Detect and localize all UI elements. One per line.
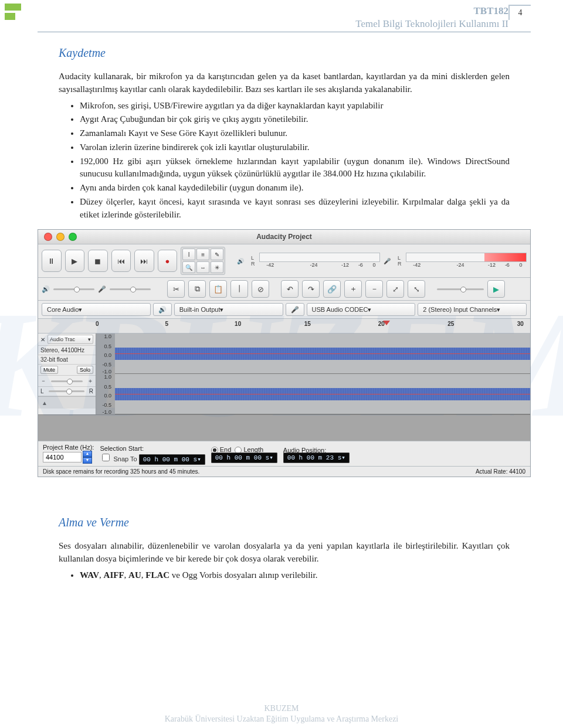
bullet-list-1: Mikrofon, ses girişi, USB/Firewire aygıt… — [80, 100, 510, 222]
playback-meter[interactable]: LR -42-24-12-60 — [251, 253, 380, 269]
fit-project-button[interactable]: ⤡ — [408, 280, 425, 298]
zoom-out-button[interactable]: － — [365, 280, 383, 298]
page-number: 4 — [508, 5, 531, 20]
undo-button[interactable]: ↶ — [281, 280, 299, 298]
zoom-tool-icon[interactable]: 🔍 — [182, 261, 195, 273]
waveform-display[interactable]: 1.00.50.0-0.5-1.0 1.00.50.0-0.5-1.0 — [96, 334, 530, 414]
page-footer: KBUZEM Karabük Üniversitesi Uzaktan Eğit… — [0, 703, 563, 724]
left-accent — [0, 0, 21, 32]
list-item: Mikrofon, ses girişi, USB/Firewire aygıt… — [80, 100, 510, 113]
audacity-screenshot: Audacity Project ⏸ ▶ ◼ ⏮ ⏭ ● I ≡ ✎ 🔍 ↔ ✳… — [38, 229, 531, 477]
input-channels-select[interactable]: 2 (Stereo) Input Channels▾ — [418, 303, 527, 316]
waveform-channel-right: 1.00.50.0-0.5-1.0 — [115, 374, 530, 414]
timeshift-tool-icon[interactable]: ↔ — [196, 261, 209, 273]
selection-start-label: Selection Start: — [100, 445, 205, 452]
device-toolbar: Core Audio▾ 🔊 Built-in Output▾ 🎤 USB Aud… — [38, 301, 530, 319]
list-item: Düzey ölçerler, kayıt öncesi, kayıt sıra… — [80, 196, 510, 222]
page-header: TBT182 Temel Bilgi Teknolojileri Kullanı… — [38, 0, 531, 30]
empty-track-area — [38, 414, 530, 441]
trim-button[interactable]: ⼁ — [230, 280, 248, 298]
actual-rate-status: Actual Rate: 44100 — [476, 468, 525, 475]
play-at-speed-button[interactable]: ▶ — [487, 280, 505, 298]
disk-space-status: Disk space remains for recording 325 hou… — [43, 468, 199, 475]
playback-speed-slider[interactable] — [437, 288, 484, 290]
list-item: 192,000 Hz gibi aşırı yüksek örnekleme h… — [80, 155, 510, 181]
waveform-channel-left: 1.00.50.0-0.5-1.0 — [115, 334, 530, 374]
record-meter[interactable]: LR -42-24-12-60 — [398, 253, 527, 269]
paste-button[interactable]: 📋 — [209, 280, 227, 298]
project-rate-input[interactable]: ▲▼ — [43, 451, 92, 464]
project-rate-label: Project Rate (Hz): — [43, 444, 94, 451]
close-track-icon[interactable]: ✕ — [40, 336, 45, 343]
heading-alma-verme: Alma ve Verme — [59, 516, 510, 529]
host-select[interactable]: Core Audio▾ — [42, 303, 151, 316]
selection-toolbar: Project Rate (Hz): ▲▼ Selection Start: S… — [38, 441, 530, 466]
snap-to-checkbox[interactable]: Snap To — [100, 455, 137, 462]
output-volume-slider[interactable] — [53, 288, 94, 290]
record-meter-icon: 🎤 — [384, 258, 394, 264]
gain-slider[interactable] — [51, 380, 83, 382]
window-title: Audacity Project — [38, 233, 530, 241]
timeline-ruler[interactable]: 0 5 10 15 20 25 30 — [38, 319, 530, 334]
output-device-select[interactable]: Built-in Output▾ — [174, 303, 283, 316]
mute-button[interactable]: Mute — [40, 366, 58, 374]
tools-grid: I ≡ ✎ 🔍 ↔ ✳ — [181, 247, 225, 275]
silence-button[interactable]: ⊘ — [252, 280, 269, 298]
tracks-area: ✕Audio Trac▾ Stereo, 44100Hz 32-bit floa… — [38, 334, 530, 414]
zoom-in-button[interactable]: ＋ — [344, 280, 362, 298]
heading-kaydetme: Kaydetme — [59, 46, 510, 60]
skip-end-button[interactable]: ⏭ — [134, 250, 154, 272]
transport-toolbar: ⏸ ▶ ◼ ⏮ ⏭ ● I ≡ ✎ 🔍 ↔ ✳ 🔊 LR — [38, 244, 530, 278]
stop-button[interactable]: ◼ — [88, 250, 108, 272]
list-item: Varolan izlerin üzerine bindirerek çok i… — [80, 141, 510, 154]
playhead-marker[interactable] — [383, 321, 390, 325]
audio-position-time[interactable]: 00 h 00 m 23 s▾ — [283, 453, 350, 463]
selection-tool-icon[interactable]: I — [182, 249, 195, 260]
bullet-list-2: WAV, AIFF, AU, FLAC ve Ogg Vorbis dosyal… — [80, 569, 510, 582]
skip-start-button[interactable]: ⏮ — [111, 250, 131, 272]
course-code: TBT182 — [355, 5, 508, 18]
para-1: Audacity kullanarak, bir mikrofon ya da … — [59, 70, 510, 96]
sync-lock-button[interactable]: 🔗 — [323, 280, 341, 298]
list-item: Aynı anda birden çok kanal kaydedilebili… — [80, 182, 510, 195]
fit-selection-button[interactable]: ⤢ — [386, 280, 404, 298]
solo-button[interactable]: Solo — [77, 366, 93, 374]
window-titlebar: Audacity Project — [38, 230, 530, 244]
pan-slider[interactable] — [49, 390, 84, 392]
envelope-tool-icon[interactable]: ≡ — [196, 249, 209, 260]
pause-button[interactable]: ⏸ — [42, 250, 62, 272]
record-button[interactable]: ● — [158, 250, 178, 272]
list-item: WAV, AIFF, AU, FLAC ve Ogg Vorbis dosyal… — [80, 569, 510, 582]
track-name-dropdown[interactable]: Audio Trac▾ — [48, 335, 93, 344]
list-item: Zamanlamalı Kayıt ve Sese Göre Kayıt öze… — [80, 127, 510, 140]
edit-toolbar: 🔊 🎤 ✂ ⧉ 📋 ⼁ ⊘ ↶ ↷ 🔗 ＋ － ⤢ ⤡ ▶ — [38, 278, 530, 301]
selection-start-time[interactable]: 00 h 00 m 00 s▾ — [139, 454, 205, 465]
track-format-2: 32-bit float — [38, 355, 96, 365]
input-device-select[interactable]: USB Audio CODEC▾ — [307, 303, 416, 316]
para-2: Ses dosyaları alınabilir, düzenlenebilir… — [59, 540, 510, 566]
input-volume-slider[interactable] — [110, 288, 151, 290]
cut-button[interactable]: ✂ — [167, 280, 185, 298]
playback-meter-icon: 🔊 — [237, 258, 247, 264]
multi-tool-icon[interactable]: ✳ — [211, 261, 223, 273]
draw-tool-icon[interactable]: ✎ — [211, 249, 223, 260]
copy-button[interactable]: ⧉ — [188, 280, 206, 298]
redo-button[interactable]: ↷ — [302, 280, 320, 298]
list-item: Aygıt Araç Çubuğundan bir çok giriş ve ç… — [80, 113, 510, 126]
selection-end-time[interactable]: 00 h 00 m 00 s▾ — [211, 453, 277, 463]
course-title: Temel Bilgi Teknolojileri Kullanımı II — [355, 18, 508, 30]
status-bar: Disk space remains for recording 325 hou… — [38, 466, 530, 477]
collapse-track-icon[interactable]: ▲ — [38, 396, 96, 409]
track-control-panel: ✕Audio Trac▾ Stereo, 44100Hz 32-bit floa… — [38, 334, 96, 414]
track-format-1: Stereo, 44100Hz — [38, 346, 96, 355]
play-button[interactable]: ▶ — [65, 250, 85, 272]
